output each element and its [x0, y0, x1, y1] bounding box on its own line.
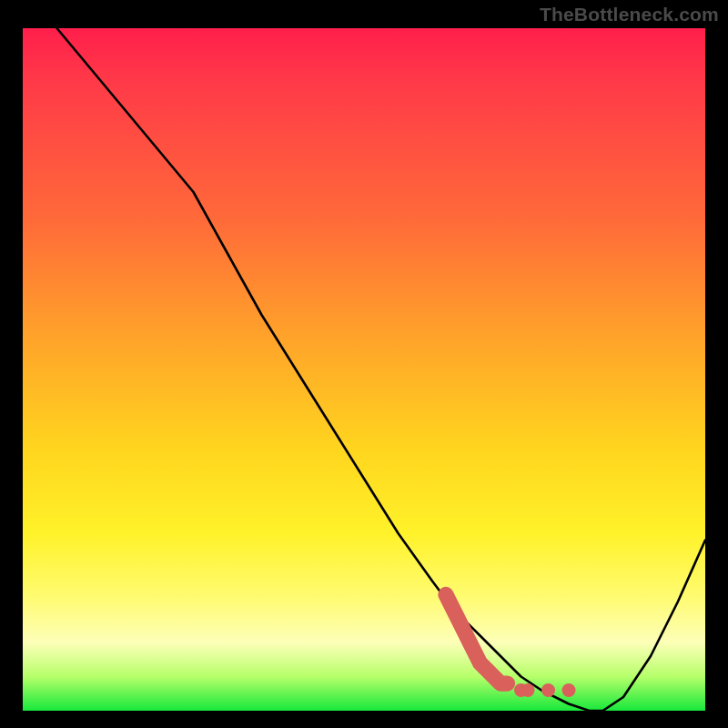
curve-layer [23, 28, 705, 711]
highlight-stroke [446, 595, 508, 684]
bottleneck-curve [57, 28, 706, 711]
chart-stage: TheBottleneck.com [0, 0, 728, 728]
highlight-markers [446, 595, 576, 698]
highlight-dot [521, 683, 535, 697]
highlight-dot [562, 683, 576, 697]
highlight-dot [541, 683, 555, 697]
watermark-text: TheBottleneck.com [540, 4, 719, 25]
plot-area [20, 25, 708, 713]
